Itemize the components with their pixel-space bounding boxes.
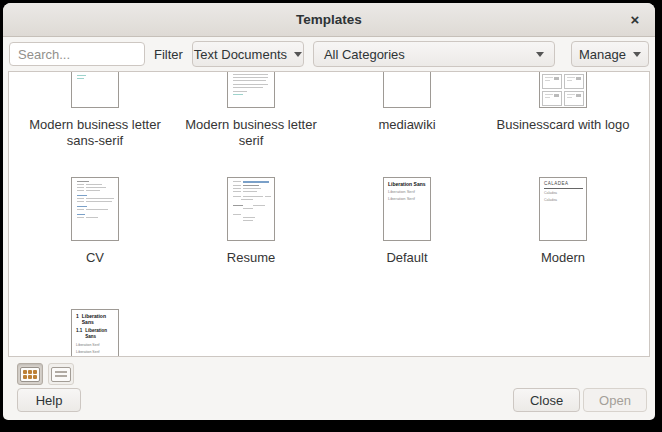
category-value: All Categories: [324, 47, 405, 62]
titlebar: Templates ×: [3, 3, 655, 37]
template-name: Default: [386, 250, 427, 266]
thumbnail-text: Liberation Serif: [388, 196, 427, 201]
thumbnail-text: CALADEA: [544, 181, 583, 189]
template-name: Businesscard with logo: [497, 117, 630, 133]
thumbnail-text: Liberation Serif: [76, 350, 115, 354]
template-thumbnail: [539, 72, 587, 108]
thumbnail-text: 1: [76, 313, 79, 325]
template-item-letter-sans[interactable]: Modern business letter sans-serif: [17, 72, 173, 149]
template-grid: Modern business letter sans-serif Modern…: [8, 71, 650, 357]
list-view-button[interactable]: [48, 363, 74, 385]
template-name: Modern business letter serif: [176, 117, 326, 149]
template-name: Modern: [541, 250, 585, 266]
template-thumbnail: [227, 72, 275, 108]
template-thumbnail: CALADEA Caladea Caladea: [539, 177, 587, 241]
open-button: Open: [583, 388, 647, 412]
thumbnail-text: Liberation Serif: [76, 343, 115, 347]
templates-dialog: Templates × Filter Text Documents All Ca…: [3, 3, 655, 420]
list-view-icon: [51, 367, 71, 382]
view-mode-toggles: [17, 363, 74, 385]
chevron-down-icon: [633, 52, 641, 57]
help-button[interactable]: Help: [17, 388, 81, 412]
template-thumbnail: [227, 177, 275, 241]
template-name: Resume: [227, 250, 275, 266]
toolbar: Filter Text Documents All Categories Man…: [3, 37, 655, 71]
template-item-modern[interactable]: CALADEA Caladea Caladea Modern: [485, 177, 641, 266]
template-item-default[interactable]: Liberation Sans Liberation Serif Liberat…: [329, 177, 485, 266]
thumbnail-text: Liberation Sans: [85, 328, 115, 340]
template-name: Modern business letter sans-serif: [20, 117, 170, 149]
template-row-3: 1 Liberation Sans 1.1 Liberation Sans Li…: [17, 309, 649, 357]
template-item-businesscard[interactable]: Businesscard with logo: [485, 72, 641, 149]
thumbnail-text: Caladea: [544, 191, 583, 196]
search-input[interactable]: [9, 42, 145, 66]
template-thumbnail: [71, 72, 119, 108]
template-name: mediawiki: [378, 117, 435, 133]
close-icon[interactable]: ×: [626, 11, 644, 29]
manage-button[interactable]: Manage: [571, 41, 649, 67]
thumbnail-text: Caladea: [544, 198, 583, 203]
thumbnail-text: Liberation Sans: [82, 313, 115, 325]
category-dropdown[interactable]: All Categories: [313, 41, 555, 67]
manage-label: Manage: [579, 47, 626, 62]
template-thumbnail: 1 Liberation Sans 1.1 Liberation Sans Li…: [71, 309, 119, 357]
footer: Help Close Open: [3, 357, 655, 420]
template-row-1: Modern business letter sans-serif Modern…: [17, 72, 649, 149]
template-row-2: CV Resume: [17, 177, 649, 266]
template-thumbnail: [71, 177, 119, 241]
chevron-down-icon: [294, 52, 302, 57]
template-thumbnail: [383, 72, 431, 108]
document-type-value: Text Documents: [194, 47, 287, 62]
filter-label: Filter: [154, 47, 183, 62]
template-name: CV: [86, 250, 104, 266]
close-button[interactable]: Close: [513, 388, 580, 412]
template-item-resume[interactable]: Resume: [173, 177, 329, 266]
thumbnail-text: Liberation Serif: [388, 189, 427, 194]
document-type-dropdown[interactable]: Text Documents: [192, 41, 304, 67]
thumbnail-view-button[interactable]: [17, 363, 43, 385]
chevron-down-icon: [536, 52, 544, 57]
template-item-letter-serif[interactable]: Modern business letter serif: [173, 72, 329, 149]
grid-view-icon: [20, 367, 40, 382]
template-thumbnail: Liberation Sans Liberation Serif Liberat…: [383, 177, 431, 241]
template-item-cv[interactable]: CV: [17, 177, 173, 266]
template-item-mediawiki[interactable]: mediawiki: [329, 72, 485, 149]
thumbnail-text: Liberation Sans: [388, 181, 427, 187]
template-item-outline[interactable]: 1 Liberation Sans 1.1 Liberation Sans Li…: [17, 309, 173, 357]
window-title: Templates: [296, 12, 362, 27]
thumbnail-text: 1.1: [76, 328, 82, 340]
